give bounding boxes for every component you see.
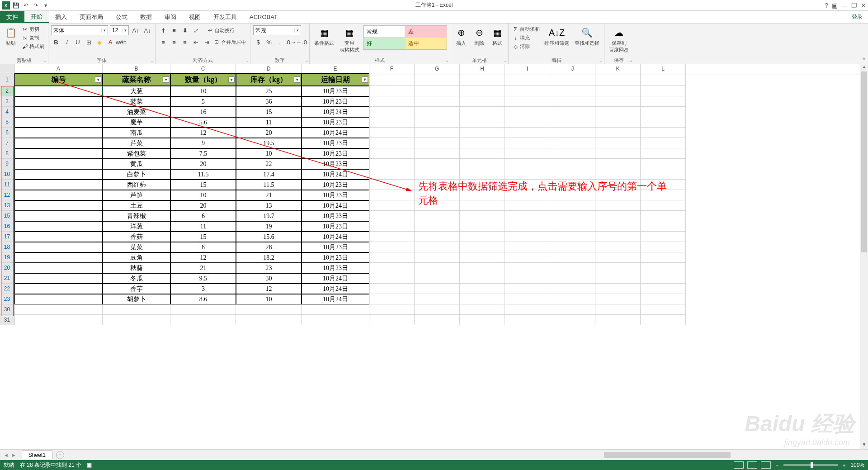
cell-D17[interactable]: 15.6 [236,232,302,242]
fill-button[interactable]: ↓填充 [511,34,541,42]
row-header[interactable]: 5 [0,117,14,128]
cell[interactable] [505,304,550,315]
cell[interactable] [505,273,550,284]
cell-A11[interactable] [14,180,103,190]
row-header[interactable]: 4 [0,107,14,117]
cell-B6[interactable]: 南瓜 [103,128,170,138]
cell[interactable] [550,252,595,263]
cell-C5[interactable]: 5.6 [170,117,236,128]
cell-E13[interactable]: 10月24日 [302,200,369,211]
cell[interactable] [369,159,415,169]
cell-E16[interactable]: 10月23日 [302,221,369,232]
cell[interactable] [550,242,595,252]
row-header[interactable]: 23 [0,294,14,304]
cell-A17[interactable] [14,232,103,242]
minimize-icon[interactable]: — [841,2,848,9]
cell-D12[interactable]: 21 [236,190,302,200]
cell-A3[interactable] [14,96,103,107]
cell[interactable] [550,96,595,107]
cell-C4[interactable]: 16 [170,107,236,117]
cell[interactable] [460,252,505,263]
zoom-level[interactable]: 100% [850,462,864,468]
merge-center-button[interactable]: ⊡合并后居中 [212,37,247,47]
row-header[interactable]: 11 [0,180,14,190]
find-select-button[interactable]: 🔍查找和选择 [573,25,601,47]
increase-font-icon[interactable]: A↑ [131,25,141,35]
cell-A7[interactable] [14,138,103,148]
cell[interactable] [595,107,641,117]
cell[interactable] [415,148,460,159]
increase-indent-icon[interactable]: ⇥ [202,37,212,47]
cell[interactable] [460,117,505,128]
cell[interactable] [505,86,550,96]
col-header-L[interactable]: L [641,64,686,73]
cell-A8[interactable] [14,148,103,159]
format-cells-button[interactable]: ▦格式 [489,25,505,47]
row-header[interactable]: 8 [0,148,14,159]
save-baidu-button[interactable]: ☁保存到 百度网盘 [607,25,631,54]
cell[interactable] [415,169,460,180]
cell-D5[interactable]: 11 [236,117,302,128]
cell-E22[interactable]: 10月24日 [302,284,369,294]
vertical-scrollbar[interactable]: ▲ ▼ [860,64,868,449]
cell-E12[interactable]: 10月23日 [302,190,369,200]
cell-C21[interactable]: 9.5 [170,273,236,284]
col-header-K[interactable]: K [595,64,641,73]
cell[interactable] [641,273,686,284]
cell[interactable] [369,73,415,86]
orientation-icon[interactable]: ⤢ [191,25,201,35]
cell-D6[interactable]: 20 [236,128,302,138]
cell[interactable] [14,315,103,325]
cell[interactable] [641,128,686,138]
cell-B12[interactable]: 芦笋 [103,190,170,200]
filter-button[interactable]: ▾ [163,76,169,83]
zoom-in-icon[interactable]: ＋ [841,461,847,469]
cell[interactable] [460,148,505,159]
cell[interactable] [369,211,415,221]
cell-B4[interactable]: 油麦菜 [103,107,170,117]
cell-A23[interactable] [14,294,103,304]
close-icon[interactable]: ✕ [861,2,866,9]
tab-formulas[interactable]: 公式 [109,11,134,23]
cell[interactable] [415,315,460,325]
tab-home[interactable]: 开始 [24,11,49,23]
cell[interactable] [641,284,686,294]
cell-D7[interactable]: 19.5 [236,138,302,148]
cell-B8[interactable]: 紫包菜 [103,148,170,159]
cell[interactable] [595,73,641,86]
cell[interactable] [505,242,550,252]
cell[interactable] [550,211,595,221]
cell[interactable] [460,169,505,180]
cell[interactable] [460,284,505,294]
cell-E18[interactable]: 10月23日 [302,242,369,252]
style-bad[interactable]: 差 [405,26,447,38]
font-name-combo[interactable]: ▾ [51,25,108,35]
sheet-tab[interactable]: Sheet1 [22,451,52,459]
row-header[interactable]: 2 [0,86,14,96]
cell-B11[interactable]: 西红柿 [103,180,170,190]
macro-record-icon[interactable]: ▣ [87,462,92,468]
decrease-font-icon[interactable]: A↓ [142,25,152,35]
cell-D9[interactable]: 22 [236,159,302,169]
cell-E23[interactable]: 10月24日 [302,294,369,304]
scroll-up-icon[interactable]: ▲ [860,64,868,71]
cell-A22[interactable] [14,284,103,294]
cell-D22[interactable]: 12 [236,284,302,294]
cell[interactable] [550,128,595,138]
cell[interactable] [415,273,460,284]
cell[interactable] [641,294,686,304]
cell-E5[interactable]: 10月23日 [302,117,369,128]
cell[interactable] [505,96,550,107]
row-header[interactable]: 6 [0,128,14,138]
cell[interactable] [369,96,415,107]
cell[interactable] [641,315,686,325]
cell[interactable] [595,117,641,128]
cell[interactable] [641,232,686,242]
cell[interactable] [550,148,595,159]
cell[interactable] [369,315,415,325]
cell[interactable] [550,284,595,294]
hscroll-thumb[interactable] [604,452,731,458]
insert-cells-button[interactable]: ⊕插入 [453,25,469,47]
cell[interactable] [369,221,415,232]
row-header[interactable]: 16 [0,221,14,232]
